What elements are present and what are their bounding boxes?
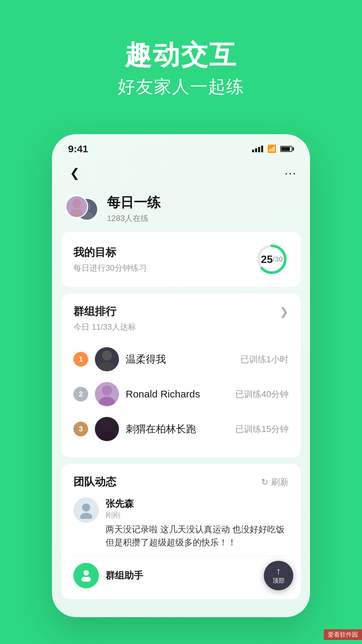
svg-point-12 [82,503,90,512]
svg-point-14 [83,570,89,576]
assistant-info: 群组助手 [106,569,143,582]
rank-duration-1: 已训练1小时 [240,354,289,365]
team-post-1: 张先森 刚刚 两天没记录啦 这几天没认真运动 也没好好吃饭 但是积攒了超级超级多… [73,497,289,549]
rank-badge-3: 3 [73,422,88,436]
rank-title: 群组排行 [73,304,116,319]
rank-badge-2: 2 [73,387,88,401]
scroll-top-label: 顶部 [273,577,285,585]
goal-circle-text: 25/30 [255,243,289,276]
rank-subtitle: 今日 11/33人达标 [73,322,289,332]
goal-section: 我的目标 每日进行30分钟练习 25/30 [73,243,289,276]
refresh-label: 刷新 [271,476,289,488]
group-name: 每日一练 [107,193,161,212]
watermark: 爱看软件园 [324,629,362,640]
signal-icon [252,146,263,152]
phone-mockup: 9:41 📶 ❮ ··· [52,134,310,617]
team-refresh-button[interactable]: ↻ 刷新 [261,476,289,488]
rank-avatar-2 [95,382,119,406]
arrow-up-icon: ↑ [276,567,281,576]
avatar-1 [65,195,88,218]
svg-point-7 [99,362,115,371]
back-button[interactable]: ❮ [65,164,84,182]
status-bar: 9:41 📶 [52,134,310,158]
hero-title: 趣动交互 [0,40,362,70]
rank-item-2: 2 Ronald Richards 已训练40分钟 [73,377,289,412]
rank-duration-2: 已训练40分钟 [235,388,289,400]
rank-duration-3: 已训练15分钟 [235,423,289,435]
post-text-1: 两天没记录啦 这几天没认真运动 也没好好吃饭 但是积攒了超级超级多的快乐！！ [106,523,289,549]
rank-arrow-icon[interactable]: ❯ [280,305,289,318]
status-icons: 📶 [252,145,294,153]
rank-badge-1: 1 [73,352,88,367]
goal-title: 我的目标 [73,245,147,260]
goal-progress-circle: 25/30 [255,243,289,276]
svg-point-11 [99,432,115,441]
assistant-avatar [73,563,99,588]
svg-point-13 [80,513,92,519]
group-header: 每日一练 1283人在练 [52,188,310,232]
team-title: 团队动态 [73,475,116,489]
goal-desc: 每日进行30分钟练习 [73,263,147,273]
svg-point-9 [99,397,115,406]
goal-left: 我的目标 每日进行30分钟练习 [73,245,147,273]
rank-avatar-1 [95,347,119,371]
rank-item-3: 3 刺猬在柏林长跑 已训练15分钟 [73,412,289,446]
group-info: 每日一练 1283人在练 [107,193,161,224]
post-name-1: 张先森 [106,497,289,510]
scroll-top-button[interactable]: ↑ 顶部 [264,561,293,590]
svg-point-0 [72,199,81,208]
post-body-1: 张先森 刚刚 两天没记录啦 这几天没认真运动 也没好好吃饭 但是积攒了超级超级多… [106,497,289,549]
post-avatar-1 [73,497,99,523]
hero-subtitle: 好友家人一起练 [0,75,362,99]
rank-name-1: 温柔得我 [126,353,234,366]
refresh-icon: ↻ [261,477,268,487]
group-avatar-stack [65,195,99,222]
more-button[interactable]: ··· [285,166,297,180]
svg-point-1 [70,209,83,218]
goal-current: 25 [261,253,273,266]
ranking-card: 群组排行 ❯ 今日 11/33人达标 1 温柔得我 已训练1小时 2 [61,293,301,457]
svg-rect-15 [81,577,91,582]
group-members: 1283人在练 [107,213,161,224]
rank-name-3: 刺猬在柏林长跑 [126,422,229,436]
rank-avatar-3 [95,417,119,441]
status-time: 9:41 [68,143,88,155]
group-assistant-row: 群组助手 [73,556,289,588]
svg-point-6 [102,351,112,361]
goal-card: 我的目标 每日进行30分钟练习 25/30 [61,232,301,287]
rank-name-2: Ronald Richards [126,388,229,400]
hero-section: 趣动交互 好友家人一起练 [0,40,362,99]
assistant-name: 群组助手 [106,569,143,582]
team-header: 团队动态 ↻ 刷新 [73,475,289,489]
battery-icon [280,146,294,152]
rank-header: 群组排行 ❯ [73,304,289,319]
top-nav: ❮ ··· [52,158,310,188]
post-time-1: 刚刚 [106,510,289,520]
svg-point-10 [102,420,112,430]
goal-total: 30 [275,255,283,264]
rank-item-1: 1 温柔得我 已训练1小时 [73,342,289,377]
wifi-icon: 📶 [267,145,276,153]
svg-point-8 [102,385,112,395]
